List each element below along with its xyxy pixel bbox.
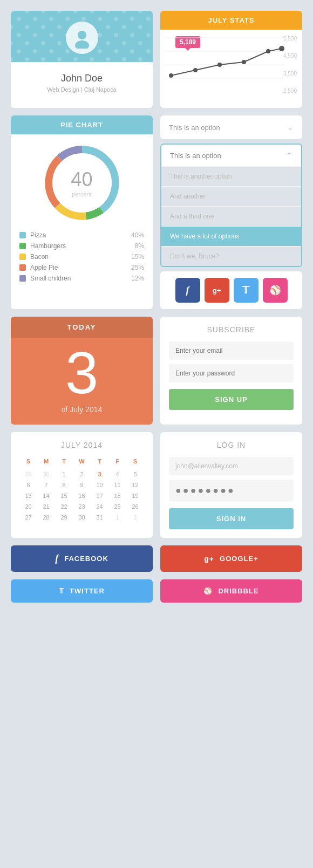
- legend-item: Bacon 15%: [19, 253, 144, 261]
- legend-item: Hamburgers 8%: [19, 242, 144, 250]
- bottom-social-row: f FACEBOOK g+ GOOGLE+ 𝕋 TWITTER ⚾ DRIBBB…: [11, 545, 302, 603]
- subscribe-title: SUBSCRIBE: [169, 325, 294, 334]
- legend-dot-children: [19, 275, 26, 282]
- pie-container: 40 percent: [11, 134, 153, 231]
- signup-button[interactable]: SIGN UP: [169, 389, 294, 410]
- profile-header: [11, 11, 153, 62]
- dropdown-closed[interactable]: This is an option ⌄: [160, 115, 302, 139]
- login-email-input[interactable]: [169, 457, 294, 475]
- dropdown-item-selected[interactable]: We have a lot of options: [161, 226, 301, 246]
- googleplus-icon: g+: [204, 555, 214, 563]
- facebook-label: FACEBOOK: [64, 555, 108, 563]
- dribbble-label: DRIBBBLE: [218, 587, 258, 595]
- svg-point-6: [169, 73, 173, 78]
- pie-legend: Pizza 40% Hamburgers 8% Bacon 15% Apple …: [11, 231, 153, 294]
- legend-dot-pizza: [19, 232, 26, 238]
- today-card: TODAY 3 of July 2014: [11, 317, 153, 425]
- subscribe-card: SUBSCRIBE SIGN UP: [160, 317, 302, 425]
- legend-dot-applepie: [19, 264, 26, 271]
- legend-dot-bacon: [19, 254, 26, 260]
- login-title: LOG IN: [169, 441, 294, 449]
- dropdown-item[interactable]: And another: [161, 186, 301, 206]
- login-card: LOG IN ●●●●●●●● SIGN IN: [160, 432, 302, 538]
- legend-dot-hamburgers: [19, 243, 26, 249]
- line-chart: [166, 32, 284, 92]
- dropdown-open-header[interactable]: This is an option ⌃: [161, 145, 301, 166]
- googleplus-button[interactable]: g+ GOOGLE+: [160, 545, 302, 572]
- googleplus-small-button[interactable]: g+: [205, 278, 229, 303]
- dribbble-icon: ⚾: [203, 587, 213, 595]
- dropdown-item[interactable]: This is another option: [161, 166, 301, 186]
- facebook-button[interactable]: f FACEBOOK: [11, 545, 153, 572]
- svg-point-9: [242, 60, 246, 64]
- svg-point-7: [193, 68, 198, 72]
- twitter-icon: 𝕋: [59, 587, 64, 595]
- donut-chart: 40 percent: [44, 145, 120, 221]
- social-small-row: f g+ 𝕋 ⚾: [160, 271, 302, 309]
- profile-card: John Doe Web Design | Cluj Napoca: [11, 11, 153, 108]
- today-number: 3: [11, 338, 153, 405]
- dropdown-closed-label: This is an option: [169, 124, 220, 132]
- calendar-title: JULY 2014: [19, 441, 144, 449]
- dropdown-closed-card: This is an option ⌄: [160, 115, 302, 139]
- dropdown-open-card: This is an option ⌃ This is another opti…: [160, 143, 302, 267]
- chevron-up-icon: ⌃: [286, 151, 292, 160]
- svg-point-0: [78, 31, 86, 39]
- facebook-icon: f: [55, 553, 59, 564]
- stats-chart: 5,189 5,500 4,500 3,500 2,500: [160, 30, 302, 100]
- dropdown-item[interactable]: Don't we, Bruce?: [161, 246, 301, 266]
- svg-point-1: [75, 40, 89, 49]
- calendar-day-names: S M T W T F S: [19, 457, 144, 466]
- stats-card: JULY STATS 5,189 5,500 4,500 3,500 2,: [160, 11, 302, 108]
- legend-item: Small children 12%: [19, 275, 144, 282]
- dribbble-small-button[interactable]: ⚾: [263, 278, 288, 303]
- svg-point-10: [266, 49, 270, 53]
- email-input[interactable]: [169, 341, 294, 360]
- googleplus-label: GOOGLE+: [220, 555, 258, 563]
- profile-subtitle: Web Design | Cluj Napoca: [11, 86, 153, 93]
- donut-label: percent: [71, 191, 92, 197]
- donut-value: 40: [71, 168, 92, 191]
- calendar-card: JULY 2014 S M T W T F S 29 30 1 2 3 4 5 …: [11, 432, 153, 538]
- today-header: TODAY: [11, 317, 153, 338]
- profile-name: John Doe: [11, 73, 153, 84]
- chevron-down-icon: ⌄: [287, 123, 294, 132]
- pie-chart-card: PIE CHART 40 percent: [11, 115, 153, 309]
- login-password-display: ●●●●●●●●: [169, 480, 294, 502]
- twitter-label: TWITTER: [70, 587, 105, 595]
- dribbble-button[interactable]: ⚾ DRIBBBLE: [160, 579, 302, 603]
- twitter-small-button[interactable]: 𝕋: [234, 278, 258, 303]
- today-sub: of July 2014: [11, 405, 153, 425]
- svg-point-8: [217, 63, 222, 67]
- signin-button[interactable]: SIGN IN: [169, 508, 294, 529]
- twitter-button[interactable]: 𝕋 TWITTER: [11, 579, 153, 603]
- legend-item: Pizza 40%: [19, 231, 144, 239]
- stats-title: JULY STATS: [160, 11, 302, 30]
- avatar: [66, 22, 98, 54]
- password-input[interactable]: [169, 364, 294, 382]
- chart-labels: 5,500 4,500 3,500 2,500: [283, 30, 297, 100]
- pie-chart-title: PIE CHART: [11, 115, 153, 134]
- dropdown-open-label: This is an option: [170, 152, 221, 160]
- legend-item: Apple Pie 25%: [19, 264, 144, 271]
- dropdown-item[interactable]: And a third one: [161, 206, 301, 226]
- calendar-grid: 29 30 1 2 3 4 5 6 7 8 9 10 11 12 13 14 1…: [19, 469, 144, 523]
- facebook-small-button[interactable]: f: [175, 278, 200, 303]
